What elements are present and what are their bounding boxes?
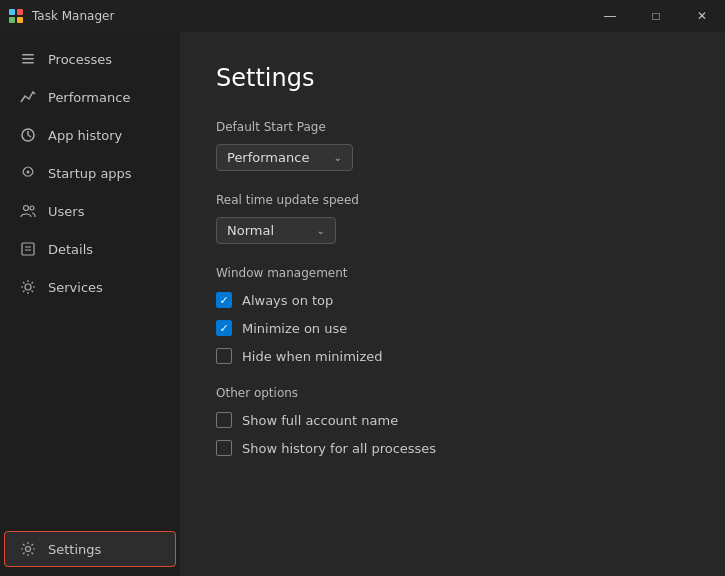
realtime-update-label: Real time update speed	[216, 193, 689, 207]
chevron-down-icon-2: ⌄	[317, 225, 325, 236]
services-icon	[20, 279, 36, 295]
svg-point-11	[24, 206, 29, 211]
default-start-page-dropdown[interactable]: Performance ⌄	[216, 144, 353, 171]
window-management-label: Window management	[216, 266, 689, 280]
sidebar-label-services: Services	[48, 280, 103, 295]
rocket-icon	[20, 165, 36, 181]
chart-icon	[20, 89, 36, 105]
sidebar: Processes Performance App history Startu…	[0, 32, 180, 576]
minimize-on-use-label: Minimize on use	[242, 321, 347, 336]
hide-when-minimized-item[interactable]: Hide when minimized	[216, 348, 689, 364]
sidebar-label-performance: Performance	[48, 90, 130, 105]
svg-rect-0	[9, 9, 15, 15]
hide-when-minimized-checkbox[interactable]	[216, 348, 232, 364]
sidebar-item-services[interactable]: Services	[4, 269, 176, 305]
app-container: Processes Performance App history Startu…	[0, 32, 725, 576]
main-content: Settings Default Start Page Performance …	[180, 32, 725, 576]
sidebar-item-processes[interactable]: Processes	[4, 41, 176, 77]
svg-rect-4	[22, 54, 34, 56]
titlebar-left: Task Manager	[8, 8, 114, 24]
minimize-on-use-item[interactable]: ✓ Minimize on use	[216, 320, 689, 336]
svg-point-16	[25, 284, 31, 290]
page-title: Settings	[216, 64, 689, 92]
svg-rect-13	[22, 243, 34, 255]
other-options-group: Show full account name Show history for …	[216, 412, 689, 456]
sidebar-label-users: Users	[48, 204, 84, 219]
users-icon	[20, 203, 36, 219]
show-full-account-name-label: Show full account name	[242, 413, 398, 428]
svg-point-10	[27, 171, 30, 174]
always-on-top-item[interactable]: ✓ Always on top	[216, 292, 689, 308]
minimize-on-use-checkbox[interactable]: ✓	[216, 320, 232, 336]
titlebar-controls: — □ ✕	[587, 0, 725, 32]
sidebar-item-settings[interactable]: Settings	[4, 531, 176, 567]
check-icon: ✓	[219, 295, 228, 306]
sidebar-label-details: Details	[48, 242, 93, 257]
minimize-button[interactable]: —	[587, 0, 633, 32]
other-options-label: Other options	[216, 386, 689, 400]
svg-rect-5	[22, 58, 34, 60]
clock-icon	[20, 127, 36, 143]
sidebar-item-app-history[interactable]: App history	[4, 117, 176, 153]
sidebar-label-processes: Processes	[48, 52, 112, 67]
svg-point-17	[26, 547, 31, 552]
details-icon	[20, 241, 36, 257]
sidebar-bottom: Settings	[0, 530, 180, 576]
close-button[interactable]: ✕	[679, 0, 725, 32]
sidebar-label-settings: Settings	[48, 542, 101, 557]
titlebar: Task Manager — □ ✕	[0, 0, 725, 32]
svg-rect-1	[17, 9, 23, 15]
sidebar-item-details[interactable]: Details	[4, 231, 176, 267]
realtime-update-dropdown-wrapper: Normal ⌄	[216, 217, 689, 244]
sidebar-label-startup-apps: Startup apps	[48, 166, 132, 181]
realtime-update-value: Normal	[227, 223, 274, 238]
show-full-account-name-item[interactable]: Show full account name	[216, 412, 689, 428]
show-full-account-name-checkbox[interactable]	[216, 412, 232, 428]
always-on-top-checkbox[interactable]: ✓	[216, 292, 232, 308]
default-start-page-dropdown-wrapper: Performance ⌄	[216, 144, 689, 171]
gear-icon	[20, 541, 36, 557]
sidebar-label-app-history: App history	[48, 128, 122, 143]
svg-rect-6	[22, 62, 34, 64]
sidebar-item-users[interactable]: Users	[4, 193, 176, 229]
show-history-all-checkbox[interactable]	[216, 440, 232, 456]
list-icon	[20, 51, 36, 67]
default-start-page-value: Performance	[227, 150, 309, 165]
svg-rect-2	[9, 17, 15, 23]
svg-line-9	[28, 135, 31, 137]
maximize-button[interactable]: □	[633, 0, 679, 32]
hide-when-minimized-label: Hide when minimized	[242, 349, 383, 364]
sidebar-item-startup-apps[interactable]: Startup apps	[4, 155, 176, 191]
svg-point-12	[30, 206, 34, 210]
chevron-down-icon: ⌄	[333, 152, 341, 163]
realtime-update-dropdown[interactable]: Normal ⌄	[216, 217, 336, 244]
show-history-all-label: Show history for all processes	[242, 441, 436, 456]
default-start-page-label: Default Start Page	[216, 120, 689, 134]
check-icon-2: ✓	[219, 323, 228, 334]
always-on-top-label: Always on top	[242, 293, 333, 308]
window-management-group: ✓ Always on top ✓ Minimize on use Hide w…	[216, 292, 689, 364]
svg-rect-3	[17, 17, 23, 23]
app-icon	[8, 8, 24, 24]
titlebar-title: Task Manager	[32, 9, 114, 23]
sidebar-item-performance[interactable]: Performance	[4, 79, 176, 115]
show-history-all-item[interactable]: Show history for all processes	[216, 440, 689, 456]
